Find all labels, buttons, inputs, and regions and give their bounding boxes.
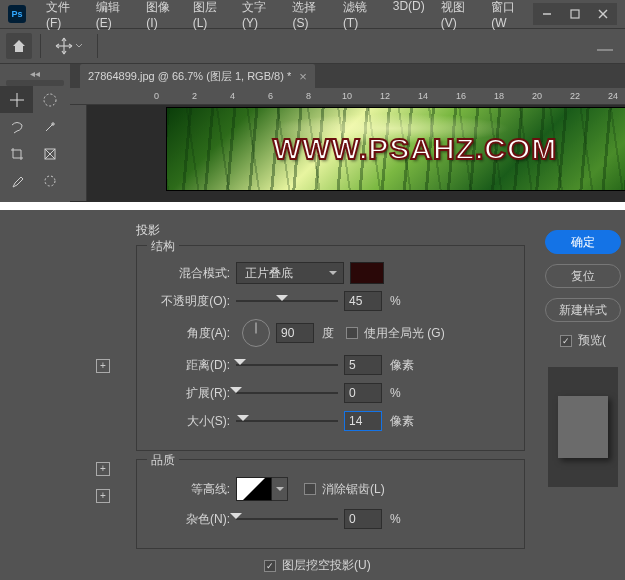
watermark-text: WWW.PSAHZ.COM [273, 132, 558, 166]
spread-unit: % [390, 386, 401, 400]
ruler-horizontal: 0 2 4 6 8 10 12 14 16 18 20 22 24 26 [70, 88, 625, 105]
spread-label: 扩展(R): [151, 385, 236, 402]
cancel-button[interactable]: 复位 [545, 264, 621, 288]
blend-mode-select[interactable]: 正片叠底 [236, 262, 344, 284]
size-slider[interactable] [236, 412, 338, 430]
opacity-label: 不透明度(O): [151, 293, 236, 310]
separator [0, 202, 625, 210]
contour-dropdown[interactable] [272, 477, 288, 501]
knockout-checkbox[interactable]: 图层挖空投影(U) [264, 557, 533, 574]
crop-tool-icon[interactable] [0, 140, 33, 167]
svg-point-8 [44, 94, 56, 106]
toolbar: ◂◂ [0, 64, 70, 202]
contour-picker[interactable] [236, 477, 272, 501]
chevron-down-icon [75, 43, 83, 49]
new-style-button[interactable]: 新建样式 [545, 298, 621, 322]
menu-type[interactable]: 文字(Y) [234, 0, 284, 34]
distance-label: 距离(D): [151, 357, 236, 374]
opacity-slider[interactable] [236, 292, 338, 310]
angle-dial[interactable] [242, 319, 270, 347]
dialog-buttons: 确定 复位 新建样式 预览( [541, 210, 625, 580]
app-logo: Ps [8, 5, 26, 23]
size-unit: 像素 [390, 413, 414, 430]
effect-row-add-3[interactable]: + [0, 482, 120, 509]
contour-label: 等高线: [151, 481, 236, 498]
window-controls [533, 3, 617, 25]
workspace: ◂◂ 27864899.jpg @ 66.7% (图层 1, RGB/8) * … [0, 64, 625, 202]
distance-slider[interactable] [236, 356, 338, 374]
tab-strip: 27864899.jpg @ 66.7% (图层 1, RGB/8) * × [70, 64, 625, 88]
structure-group: 结构 混合模式: 正片叠底 不透明度(O): % 角度(A): 度 使用全局光 … [136, 245, 525, 451]
menu-filter[interactable]: 滤镜(T) [335, 0, 385, 34]
preview-thumbnail [548, 367, 618, 487]
angle-input[interactable] [276, 323, 314, 343]
canvas[interactable]: WWW.PSAHZ.COM [166, 107, 625, 191]
svg-rect-1 [571, 10, 579, 18]
document-tab[interactable]: 27864899.jpg @ 66.7% (图层 1, RGB/8) * × [80, 64, 315, 88]
layer-style-dialog: + + + 投影 结构 混合模式: 正片叠底 不透明度(O): % 角度(A): [0, 210, 625, 580]
effect-row-add-2[interactable]: + [0, 455, 120, 482]
distance-unit: 像素 [390, 357, 414, 374]
effect-settings: 投影 结构 混合模式: 正片叠底 不透明度(O): % 角度(A): 度 使用 [120, 210, 541, 580]
spread-slider[interactable] [236, 384, 338, 402]
spread-input[interactable] [344, 383, 382, 403]
tab-close-icon[interactable]: × [299, 69, 307, 84]
size-input[interactable] [344, 411, 382, 431]
angle-label: 角度(A): [151, 325, 236, 342]
heal-tool-icon[interactable] [33, 167, 66, 194]
antialias-checkbox[interactable]: 消除锯齿(L) [304, 481, 385, 498]
menu-3d[interactable]: 3D(D) [385, 0, 433, 34]
move-tool-icon[interactable] [0, 86, 33, 113]
lasso-tool-icon[interactable] [0, 113, 33, 140]
svg-point-12 [45, 176, 55, 186]
blend-mode-label: 混合模式: [151, 265, 236, 282]
menu-image[interactable]: 图像(I) [138, 0, 184, 34]
wand-tool-icon[interactable] [33, 113, 66, 140]
menu-select[interactable]: 选择(S) [284, 0, 334, 34]
distance-input[interactable] [344, 355, 382, 375]
angle-unit: 度 [322, 325, 334, 342]
document-area: 27864899.jpg @ 66.7% (图层 1, RGB/8) * × 0… [70, 64, 625, 202]
effects-list: + + + [0, 210, 120, 580]
ruler-vertical [70, 105, 87, 201]
menu-view[interactable]: 视图(V) [433, 0, 483, 34]
menubar: 文件(F) 编辑(E) 图像(I) 图层(L) 文字(Y) 选择(S) 滤镜(T… [38, 0, 533, 34]
noise-unit: % [390, 512, 401, 526]
noise-label: 杂色(N): [151, 511, 236, 528]
move-tool-indicator[interactable] [49, 33, 89, 59]
opacity-input[interactable] [344, 291, 382, 311]
menu-edit[interactable]: 编辑(E) [88, 0, 138, 34]
shadow-color-swatch[interactable] [350, 262, 384, 284]
noise-input[interactable] [344, 509, 382, 529]
canvas-wrap: WWW.PSAHZ.COM [70, 105, 625, 201]
quality-group: 品质 等高线: 消除锯齿(L) 杂色(N): % [136, 459, 525, 549]
maximize-button[interactable] [561, 3, 589, 25]
minimize-button[interactable] [533, 3, 561, 25]
effect-row-add-1[interactable]: + [0, 352, 120, 379]
size-label: 大小(S): [151, 413, 236, 430]
flyout-toggle[interactable]: ◂◂ [0, 68, 70, 78]
preview-checkbox[interactable]: 预览( [560, 332, 606, 349]
eyedropper-tool-icon[interactable] [0, 167, 33, 194]
ok-button[interactable]: 确定 [545, 230, 621, 254]
menu-file[interactable]: 文件(F) [38, 0, 88, 34]
tab-title: 27864899.jpg @ 66.7% (图层 1, RGB/8) * [88, 69, 291, 84]
menu-window[interactable]: 窗口(W [483, 0, 533, 34]
global-light-checkbox[interactable]: 使用全局光 (G) [346, 325, 445, 342]
structure-legend: 结构 [147, 238, 179, 255]
opacity-unit: % [390, 294, 401, 308]
quality-legend: 品质 [147, 452, 179, 469]
home-icon[interactable] [6, 33, 32, 59]
titlebar: Ps 文件(F) 编辑(E) 图像(I) 图层(L) 文字(Y) 选择(S) 滤… [0, 0, 625, 28]
frame-tool-icon[interactable] [33, 140, 66, 167]
close-button[interactable] [589, 3, 617, 25]
section-title: 投影 [136, 222, 533, 239]
noise-slider[interactable] [236, 510, 338, 528]
menu-layer[interactable]: 图层(L) [185, 0, 234, 34]
marquee-tool-icon[interactable] [33, 86, 66, 113]
